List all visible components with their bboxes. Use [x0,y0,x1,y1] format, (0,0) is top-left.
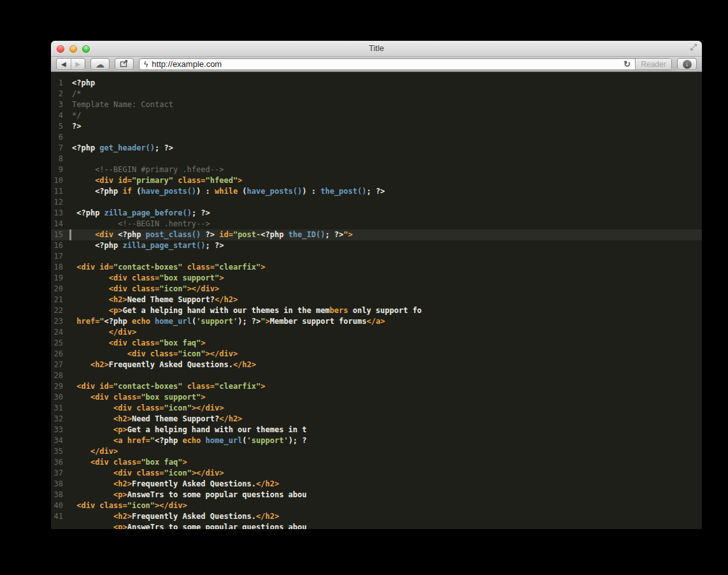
forward-button[interactable]: ▶ [71,59,85,69]
code-text: */ [72,110,702,121]
code-line: 29 <div id="contact-boxes" class="clearf… [51,381,702,392]
line-number: 11 [51,186,72,197]
desktop-background: Title ⤢ ◀ ▶ ☁ [0,0,728,575]
code-line: 25 <div class="box faq"> [51,338,702,349]
line-number: 27 [51,360,72,370]
line-number: 22 [51,305,72,316]
code-line: 14 <!--BEGIN .hentry--> [51,219,702,229]
title-bar[interactable]: Title ⤢ [51,41,702,57]
nav-button-group: ◀ ▶ [56,58,85,70]
code-text: <p>Get a helping hand with our themes in… [72,305,702,316]
line-number: 29 [51,381,72,392]
line-number: 13 [51,208,72,219]
code-text: <p>Get a helping hand with our themes in… [72,425,702,435]
code-line: 9 <!--BEGIN #primary .hfeed--> [51,164,702,175]
code-line: 35 </div> [51,446,702,457]
line-number: 33 [51,425,72,435]
code-text [72,197,702,208]
line-number: 41 [51,511,72,522]
line-number: 3 [51,99,72,110]
code-line: 28 [51,370,702,381]
code-line: 10 <div id="primary" class="hfeed"> [51,175,702,186]
url-field[interactable]: ϟ http://example.com ↻ [139,59,635,69]
download-icon: ↓ [683,60,692,69]
line-number: 32 [51,414,72,425]
line-number: 12 [51,197,72,208]
code-text: </div> [72,446,702,457]
code-text: <div class="icon"></div> [72,468,702,479]
code-line: 5?> [51,121,702,132]
line-number: 4 [51,110,72,121]
code-text: ?> [72,121,702,132]
code-text: <div class="box support"> [72,392,702,403]
line-number: 21 [51,295,72,305]
code-line: 8 [51,154,702,164]
code-line: 24 </div> [51,327,702,338]
refresh-icon[interactable]: ↻ [624,59,631,69]
icloud-button[interactable]: ☁ [90,58,110,70]
line-number: 7 [51,143,72,154]
code-line: 40 <div class="icon"></div> [51,500,702,511]
code-text: <h2>Frequently Asked Questions.</h2> [72,511,702,522]
line-number: 14 [51,219,72,229]
code-line: 34 <a href="<?php echo home_url('support… [51,435,702,446]
code-line: 19 <div class="box support"> [51,273,702,284]
code-text: <p>AnsweTrs to some popular questions ab… [72,490,702,500]
code-text: <div class="box faq"> [72,338,702,349]
code-line: 17 [51,251,702,262]
downloads-button[interactable]: ↓ [677,58,697,70]
code-text: <!--BEGIN .hentry--> [72,219,702,229]
code-editor[interactable]: 1<?php2/*3Template Name: Contact4*/5?>67… [51,72,702,529]
code-text: Template Name: Contact [72,99,702,110]
line-number: 23 [51,316,72,327]
line-number: 15 [51,229,72,240]
code-line: 38 <p>AnsweTrs to some popular questions… [51,490,702,500]
url-text[interactable]: http://example.com [152,59,620,69]
code-text: <div class="icon"></div> [72,284,702,295]
line-number: 28 [51,370,72,381]
code-text [72,251,702,262]
address-bar[interactable]: ϟ http://example.com ↻ Reader [139,58,672,70]
reader-button[interactable]: Reader [635,59,671,69]
line-number: 31 [51,403,72,414]
code-text: <div id="contact-boxes" class="clearfix"… [72,381,702,392]
code-text: <div class="icon"></div> [72,500,702,511]
line-number: 24 [51,327,72,338]
browser-toolbar: ◀ ▶ ☁ ϟ http://example.co [51,57,702,72]
line-number: 38 [51,479,72,490]
share-button[interactable] [115,58,134,70]
code-line: 16 <?php zilla_page_start(); ?> [51,240,702,251]
code-line: 3Template Name: Contact [51,99,702,110]
line-number: 25 [51,338,72,349]
code-text: <h2>Frequently Asked Questions.</h2> [72,479,702,490]
line-number: 2 [51,89,72,99]
code-line: 38 <h2>Frequently Asked Questions.</h2> [51,479,702,490]
code-text: <?php zilla_page_before(); ?> [72,208,702,219]
code-text: <div class="box support"> [72,273,702,284]
code-text: <div class="box faq"> [72,457,702,468]
line-number: 8 [51,154,72,164]
code-line: 2/* [51,89,702,99]
code-line: 7<?php get_header(); ?> [51,143,702,154]
line-number: 40 [51,500,72,511]
code-text: <div class="icon"></div> [72,349,702,360]
line-number: 10 [51,175,72,186]
code-line: 26 <div class="icon"></div> [51,349,702,360]
fullscreen-icon[interactable]: ⤢ [690,43,697,52]
line-number: 5 [51,121,72,132]
code-line: 12 [51,197,702,208]
code-text: <div <?php post_class() ?> id="post-<?ph… [72,229,702,240]
code-line: 11 <?php if (have_posts()) : while (have… [51,186,702,197]
code-line: 36 <div class="box faq"> [51,457,702,468]
code-text: href="<?php echo home_url('support'); ?>… [72,316,702,327]
code-line: 37 <div class="icon"></div> [51,468,702,479]
line-number [51,522,72,529]
code-text: <div id="primary" class="hfeed"> [72,175,702,186]
back-button[interactable]: ◀ [57,59,71,69]
code-line: 23 href="<?php echo home_url('support');… [51,316,702,327]
code-line: 20 <div class="icon"></div> [51,284,702,295]
code-text: <?php if (have_posts()) : while (have_po… [72,186,702,197]
code-line: 18 <div id="contact-boxes" class="clearf… [51,262,702,273]
code-text: <!--BEGIN #primary .hfeed--> [72,164,702,175]
code-text: <?php zilla_page_start(); ?> [72,240,702,251]
